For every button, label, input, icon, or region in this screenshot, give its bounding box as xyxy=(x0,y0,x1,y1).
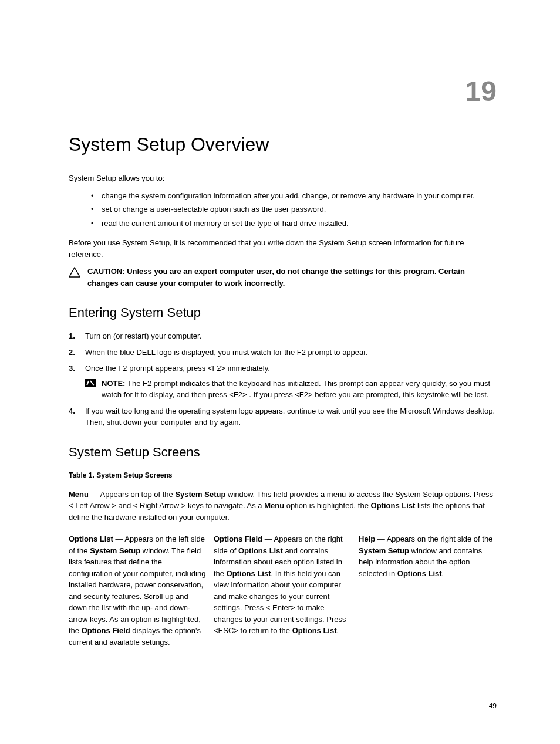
step-item: When the blue DELL logo is displayed, yo… xyxy=(69,347,497,359)
term-system-setup: System Setup xyxy=(90,546,140,555)
note-icon xyxy=(85,379,96,391)
caution-callout: CAUTION: Unless you are an expert comput… xyxy=(69,266,497,289)
intro-text: System Setup allows you to: xyxy=(69,173,497,184)
term-menu: Menu xyxy=(264,501,284,510)
before-paragraph: Before you use System Setup, it is recom… xyxy=(69,237,497,260)
intro-bullets: change the system configuration informat… xyxy=(91,190,497,229)
section-heading-screens: System Setup Screens xyxy=(69,442,497,462)
text: window. The field lists features that de… xyxy=(69,546,205,635)
caution-icon xyxy=(69,267,80,281)
term-menu: Menu xyxy=(69,490,89,499)
bullet-item: change the system configuration informat… xyxy=(91,190,497,202)
note-callout: NOTE: The F2 prompt indicates that the k… xyxy=(85,378,497,401)
page-title: System Setup Overview xyxy=(69,130,497,158)
column-options-list: Options List — Appears on the left side … xyxy=(69,533,207,648)
page-number: 49 xyxy=(69,701,497,711)
term-options-list: Options List xyxy=(238,546,283,555)
menu-description: Menu — Appears on top of the System Setu… xyxy=(69,489,497,523)
step-text: Once the F2 prompt appears, press <F2> i… xyxy=(85,364,270,373)
column-options-field: Options Field — Appears on the right sid… xyxy=(214,533,352,648)
text: — Appears on top of the xyxy=(89,490,175,499)
term-system-setup: System Setup xyxy=(175,490,225,499)
term-options-list: Options List xyxy=(371,501,416,510)
term-options-list: Options List xyxy=(397,569,442,578)
note-prefix: NOTE: xyxy=(102,379,127,388)
note-text: NOTE: The F2 prompt indicates that the k… xyxy=(102,378,497,401)
term-options-list: Options List xyxy=(227,569,271,578)
term-help: Help xyxy=(359,535,375,543)
term-options-list: Options List xyxy=(69,535,113,543)
column-help: Help — Appears on the right side of the … xyxy=(359,533,497,648)
chapter-number: 19 xyxy=(69,70,497,113)
text: . In this field you can view information… xyxy=(214,569,346,635)
section-heading-entering: Entering System Setup xyxy=(69,303,497,322)
term-system-setup: System Setup xyxy=(359,546,409,555)
step-item: Once the F2 prompt appears, press <F2> i… xyxy=(69,363,497,401)
step-item: Turn on (or restart) your computer. xyxy=(69,330,497,342)
caution-text: CAUTION: Unless you are an expert comput… xyxy=(87,266,497,289)
text: . xyxy=(442,569,444,578)
text: option is highlighted, the xyxy=(284,501,370,510)
term-options-field: Options Field xyxy=(214,535,262,543)
three-column-descriptions: Options List — Appears on the left side … xyxy=(69,533,497,648)
note-body: The F2 prompt indicates that the keyboar… xyxy=(102,379,490,400)
term-options-list: Options List xyxy=(292,626,337,635)
text: . xyxy=(337,626,339,635)
entering-steps: Turn on (or restart) your computer. When… xyxy=(69,330,497,428)
bullet-item: set or change a user-selectable option s… xyxy=(91,204,497,215)
svg-rect-0 xyxy=(85,379,96,387)
bullet-item: read the current amount of memory or set… xyxy=(91,218,497,229)
text: — Appears on the right side of the xyxy=(375,535,492,543)
table-label: Table 1. System Setup Screens xyxy=(69,470,497,481)
step-item: If you wait too long and the operating s… xyxy=(69,405,497,428)
term-options-field: Options Field xyxy=(82,626,130,635)
